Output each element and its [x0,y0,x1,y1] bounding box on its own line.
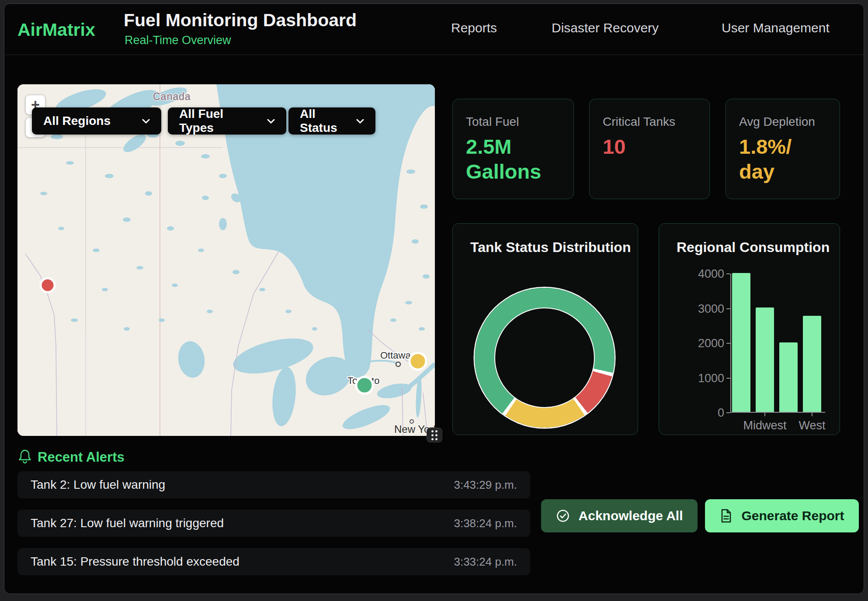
check-circle-icon [556,509,570,523]
brand-logo: AirMatrix [17,20,95,40]
yellow-status-marker[interactable] [410,353,426,370]
stat-label: Critical Tanks [603,115,696,129]
alert-row[interactable]: Tank 15: Pressure threshold exceeded 3:3… [17,548,530,575]
y-axis-tick-label: 0 [685,406,724,420]
map-resize-handle[interactable] [427,428,442,442]
drag-handle-icon [431,430,434,432]
chevron-down-icon [256,119,275,124]
bar-0 [732,273,750,412]
map-svg: Canada Ottawa Toronto New York [17,84,435,436]
x-axis-tick-mark [764,413,765,416]
alert-time: 3:43:29 p.m. [454,478,517,492]
bar-plot: 01000200030004000MidwestWest [730,274,825,413]
stat-value: 1.8%/day [739,134,826,184]
page-title: Fuel Monitoring Dashboard [124,10,357,31]
bar-2 [779,342,798,412]
tank-status-title: Tank Status Distribution [470,239,631,256]
y-axis-tick-label: 1000 [685,372,724,385]
y-axis-tick-mark [726,412,730,413]
map-label-ottawa: Ottawa [380,350,411,361]
fuel-map[interactable]: Canada Ottawa Toronto New York + All Reg… [17,84,435,436]
stat-card-avg-depletion: Avg Depletion 1.8%/day [726,99,840,199]
alert-text: Tank 15: Pressure threshold exceeded [31,555,240,569]
donut-hole [494,307,595,408]
stat-value: 2.5MGallons [466,134,560,184]
nav-reports[interactable]: Reports [451,21,497,35]
regional-consumption-title: Regional Consumption [677,239,830,256]
bar-3 [803,316,821,412]
stat-label: Total Fuel [466,115,560,129]
x-axis-tick-label: Midwest [739,419,791,432]
y-axis-tick-label: 4000 [685,267,724,281]
filter-status-label: All Status [300,107,345,135]
alert-text: Tank 27: Low fuel warning triggered [31,516,224,530]
stat-card-total-fuel: Total Fuel 2.5MGallons [452,99,574,199]
filter-regions-label: All Regions [43,114,111,128]
y-axis-tick-mark [726,308,730,309]
new-york-city-dot [410,420,413,423]
map-label-canada: Canada [153,91,191,102]
filter-fuel-types-dropdown[interactable]: All Fuel Types [168,107,286,135]
alert-time: 3:38:24 p.m. [454,517,517,530]
acknowledge-all-button[interactable]: Acknowledge All [541,499,698,532]
tank-status-panel: Tank Status Distribution [452,223,638,435]
generate-report-label: Generate Report [741,508,844,523]
red-status-marker[interactable] [41,278,55,292]
tank-status-donut-chart [475,288,615,428]
acknowledge-all-label: Acknowledge All [579,508,683,523]
filter-regions-dropdown[interactable]: All Regions [32,107,161,135]
y-axis-tick-mark [726,273,730,274]
nav-disaster-recovery[interactable]: Disaster Recovery [552,21,659,35]
alert-text: Tank 2: Low fuel warning [31,478,165,492]
regional-consumption-panel: Regional Consumption 01000200030004000Mi… [659,223,840,435]
app-header: AirMatrix Fuel Monitoring Dashboard Real… [4,4,864,55]
page-subtitle: Real-Time Overview [125,34,231,47]
generate-report-button[interactable]: Generate Report [705,499,859,532]
ottawa-city-dot [396,362,400,366]
bell-icon [18,449,31,464]
stat-label: Avg Depletion [739,115,826,129]
nav-user-management[interactable]: User Management [722,21,830,35]
filter-fuel-types-label: All Fuel Types [179,107,256,135]
x-axis-tick-mark [812,413,812,416]
y-axis-tick-label: 3000 [685,302,724,316]
y-axis-tick-label: 2000 [685,337,724,350]
filter-status-dropdown[interactable]: All Status [288,107,375,135]
y-axis-tick-mark [726,343,730,344]
green-status-marker[interactable] [356,377,373,394]
alert-row[interactable]: Tank 27: Low fuel warning triggered 3:38… [17,510,530,537]
alerts-heading: Recent Alerts [38,449,125,465]
y-axis-tick-mark [726,378,730,379]
file-text-icon [719,508,733,523]
dashboard-app: AirMatrix Fuel Monitoring Dashboard Real… [4,3,864,594]
bar-1 [756,307,774,412]
stat-value: 10 [603,134,696,159]
alert-row[interactable]: Tank 2: Low fuel warning 3:43:29 p.m. [17,471,530,498]
stat-card-critical-tanks: Critical Tanks 10 [589,99,710,199]
chevron-down-icon [131,119,150,124]
x-axis-tick-label: West [786,419,838,432]
chevron-down-icon [345,119,364,124]
alert-time: 3:33:24 p.m. [454,555,517,569]
